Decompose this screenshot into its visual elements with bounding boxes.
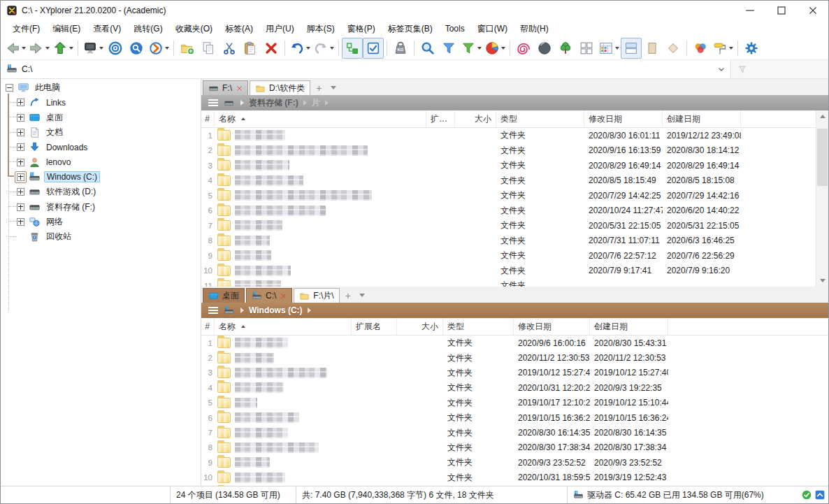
weight-button[interactable]: KG: [390, 38, 411, 59]
tab-桌面[interactable]: 桌面: [203, 288, 245, 303]
desktop-button[interactable]: [81, 38, 105, 59]
undo-button[interactable]: [288, 38, 312, 59]
menu-U[interactable]: 用户(U): [259, 21, 301, 37]
tiles-button[interactable]: [576, 38, 597, 59]
file-name-cell[interactable]: [215, 250, 426, 261]
zoomc-button[interactable]: [126, 38, 147, 59]
tree-expander[interactable]: [17, 188, 24, 196]
file-row[interactable]: 9文件夹2020/7/6 22:57:122020/7/6 22:56:29: [201, 248, 828, 264]
dropdown-caret-icon[interactable]: [99, 47, 103, 50]
column-header-3[interactable]: 大小: [397, 318, 443, 335]
file-name-cell[interactable]: [215, 412, 352, 423]
file-row[interactable]: 7文件夹2020/8/30 16:14:352020/8/30 16:14:35: [201, 425, 828, 440]
treegreen-button[interactable]: [555, 38, 576, 59]
hamburger-menu-icon[interactable]: [208, 99, 218, 106]
forward-button[interactable]: [27, 38, 51, 59]
file-row[interactable]: 8文件夹2020/7/31 11:07:112020/6/3 16:46:25: [201, 233, 828, 249]
file-row[interactable]: 4文件夹2020/10/31 12:20:252020/9/3 19:22:35: [201, 380, 828, 395]
file-name-cell[interactable]: [215, 428, 352, 438]
dropdown-caret-icon[interactable]: [729, 47, 733, 50]
del-button[interactable]: [261, 38, 282, 59]
minimize-button[interactable]: [734, 1, 765, 20]
moon-button[interactable]: [534, 38, 555, 59]
file-row[interactable]: 1文件夹2020/9/6 16:00:162020/8/30 15:43:31: [201, 336, 828, 350]
scroll-down-button[interactable]: [816, 275, 828, 287]
file-row[interactable]: 10文件夹2020/10/31 18:59:502019/3/19 12:52:…: [201, 470, 828, 485]
column-header-4[interactable]: 类型: [443, 318, 514, 335]
dropdown-caret-icon[interactable]: [69, 47, 73, 50]
treetoggle-button[interactable]: [342, 38, 363, 59]
singlepane-button[interactable]: [642, 38, 663, 59]
visual-filter-box[interactable]: [730, 60, 828, 78]
tab-close-icon[interactable]: [280, 293, 287, 299]
close-button[interactable]: [797, 1, 828, 20]
column-header-3[interactable]: 大小: [455, 110, 496, 127]
file-row[interactable]: 9文件夹2020/9/3 23:52:522020/9/3 23:52:52: [201, 455, 828, 470]
file-name-cell[interactable]: [215, 220, 426, 231]
file-row[interactable]: 4文件夹2020/8/5 18:15:492020/8/5 18:15:08: [201, 173, 828, 189]
tree-item-recycle-bin[interactable]: 回收站: [1, 229, 201, 244]
tab-F[interactable]: F:\: [203, 80, 248, 95]
tree-item-desktop[interactable]: 桌面: [1, 110, 201, 125]
tree-expander[interactable]: [17, 99, 24, 106]
dropdown-caret-icon[interactable]: [615, 47, 619, 50]
tab-close-icon[interactable]: [236, 85, 243, 92]
pie-button[interactable]: [483, 38, 507, 59]
file-name-cell[interactable]: [215, 130, 426, 141]
address-input[interactable]: C:\: [22, 64, 712, 74]
column-header-6[interactable]: 创建日期: [590, 318, 668, 335]
diamond-button[interactable]: [663, 38, 684, 59]
file-row[interactable]: 2文件夹2020/9/16 16:13:592020/8/30 18:14:12: [201, 143, 828, 159]
file-row[interactable]: 5文件夹2019/10/17 12:10:292019/10/12 15:10:…: [201, 396, 828, 410]
file-name-cell[interactable]: [215, 175, 426, 186]
menu-W[interactable]: 窗口(W): [471, 21, 514, 37]
file-row[interactable]: 11: [201, 485, 828, 486]
tree-expander[interactable]: [17, 114, 24, 122]
magnifier-button[interactable]: [417, 38, 438, 59]
file-name-cell[interactable]: [215, 190, 426, 201]
file-row[interactable]: 11文件夹: [201, 278, 828, 287]
menu-G[interactable]: 跳转(G): [127, 21, 168, 37]
tree-expander[interactable]: [17, 129, 24, 136]
colors-button[interactable]: [690, 38, 711, 59]
menu-O[interactable]: 收藏夹(O): [169, 21, 219, 37]
redo-button[interactable]: [312, 38, 336, 59]
gridtable-button[interactable]: [597, 38, 621, 59]
file-row[interactable]: 5文件夹2020/7/29 14:42:252020/7/29 14:42:16: [201, 188, 828, 203]
menu-Tools[interactable]: Tools: [439, 22, 471, 36]
tab-list-button[interactable]: [326, 80, 340, 95]
file-name-cell[interactable]: [215, 442, 352, 453]
back-button[interactable]: [3, 38, 27, 59]
tree-expander[interactable]: [17, 159, 24, 166]
menu-F[interactable]: 文件(F): [6, 21, 46, 37]
tree-item-lenovo[interactable]: lenovo: [1, 154, 201, 169]
file-row[interactable]: 3文件夹2019/10/12 15:27:402019/10/12 15:27:…: [201, 366, 828, 380]
column-header-2[interactable]: 扩展名: [352, 318, 397, 335]
menu-B[interactable]: 标签页集(B): [382, 21, 439, 37]
status-queue-icon[interactable]: [814, 489, 826, 501]
copy-button[interactable]: [198, 38, 219, 59]
column-header-4[interactable]: 类型: [496, 110, 584, 127]
tree-item-label[interactable]: 回收站: [44, 230, 73, 243]
tree-expander[interactable]: [6, 84, 13, 92]
menu-S[interactable]: 脚本(S): [301, 21, 341, 37]
scroll-thumb[interactable]: [817, 129, 828, 186]
menu-V[interactable]: 查看(V): [87, 21, 127, 37]
tree-item-links[interactable]: Links: [1, 95, 201, 110]
dropdown-caret-icon[interactable]: [22, 47, 26, 50]
column-header-2[interactable]: 扩…: [426, 110, 455, 127]
column-header-1[interactable]: 名称: [215, 110, 426, 127]
column-header-1[interactable]: 名称: [215, 318, 352, 335]
checkbox-button[interactable]: [363, 38, 384, 59]
tree-item-drive-f[interactable]: 资料存储 (F:): [1, 199, 201, 214]
dropdown-caret-icon[interactable]: [501, 47, 505, 50]
tab-D软件类[interactable]: D:\软件类: [250, 80, 310, 95]
file-row[interactable]: 8文件夹2020/8/30 17:38:342020/8/30 17:38:34: [201, 440, 828, 455]
file-name-cell[interactable]: [215, 236, 426, 246]
tree-item-this-pc[interactable]: 此电脑: [1, 80, 201, 95]
menu-H[interactable]: 帮助(H): [514, 21, 555, 37]
tree-item-drive-c[interactable]: Windows (C:): [1, 170, 201, 185]
tree-item-label[interactable]: 资料存储 (F:): [44, 201, 97, 214]
tab-C[interactable]: C:\: [246, 288, 292, 303]
file-name-cell[interactable]: [215, 368, 352, 378]
